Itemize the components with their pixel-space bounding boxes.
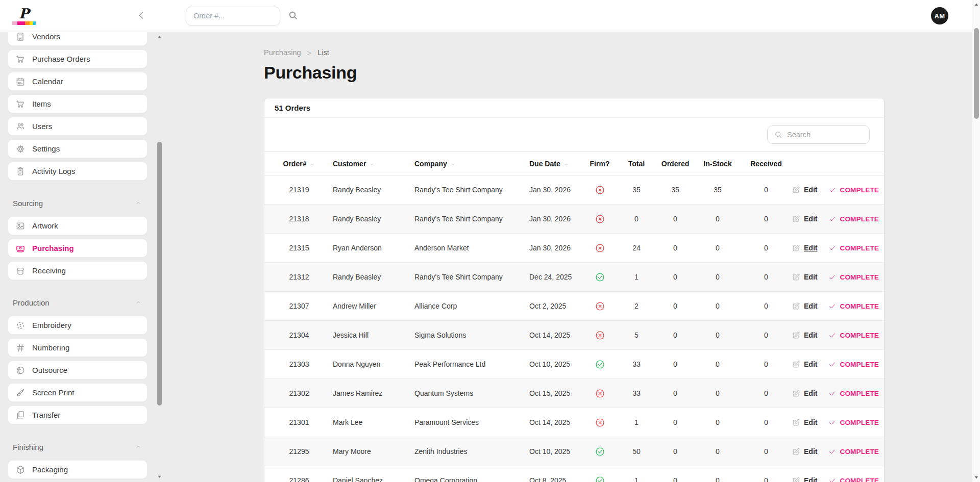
in-stock-count: 0	[695, 466, 741, 482]
received-count-value: 0	[764, 331, 768, 339]
sidebar-item-screen-print[interactable]: Screen Print	[8, 383, 148, 402]
due-date: Oct 2, 2025	[520, 292, 582, 321]
complete-button[interactable]: COMPLETE	[828, 215, 879, 223]
column-label: Company	[414, 160, 447, 168]
edit-button[interactable]: Edit	[792, 418, 817, 427]
sidebar-item-purchasing[interactable]: Purchasing	[8, 239, 148, 258]
total-count-value: 0	[634, 215, 639, 223]
received-count-value: 0	[764, 360, 768, 368]
sidebar-item-artwork[interactable]: Artwork	[8, 216, 148, 235]
complete-button[interactable]: COMPLETE	[828, 186, 879, 194]
logo-stripe-5	[33, 21, 36, 25]
complete-button[interactable]: COMPLETE	[828, 332, 879, 339]
column-label: In-Stock	[703, 160, 731, 168]
in-stock-count: 35	[695, 175, 741, 205]
page-scrollbar[interactable]	[972, 0, 980, 482]
avatar[interactable]: AM	[931, 7, 948, 24]
chevron-left-icon	[136, 10, 147, 21]
customer-name: Donna Nguyen	[324, 350, 405, 379]
row-actions: EditCOMPLETE	[792, 408, 884, 437]
column-header-order[interactable]: Order#	[275, 152, 324, 175]
firm-status	[582, 466, 617, 482]
ordered-count: 0	[656, 379, 695, 408]
total-count-value: 35	[632, 186, 641, 194]
edit-button[interactable]: Edit	[792, 447, 817, 456]
sidebar-item-activity-logs[interactable]: Activity Logs	[8, 162, 148, 181]
search-submit-button[interactable]	[287, 10, 299, 22]
edit-button[interactable]: Edit	[792, 331, 817, 340]
edit-icon	[792, 447, 800, 456]
sidebar-item-items[interactable]: Items	[8, 94, 148, 113]
sidebar-item-vendors[interactable]: Vendors	[8, 32, 148, 46]
section-header-finishing[interactable]: Finishing	[8, 442, 148, 452]
app-logo[interactable]: P	[12, 7, 36, 25]
column-header-company[interactable]: Company	[405, 152, 520, 175]
sidebar-item-receiving[interactable]: Receiving	[8, 261, 148, 280]
ordered-count: 0	[656, 437, 695, 466]
company-name-value: Peak Performance Ltd	[414, 360, 485, 368]
complete-button[interactable]: COMPLETE	[828, 419, 879, 426]
table-row: 21307Andrew MillerAlliance CorpOct 2, 20…	[264, 292, 884, 321]
section-header-sourcing[interactable]: Sourcing	[8, 198, 148, 208]
sidebar-item-users[interactable]: Users	[8, 117, 148, 136]
complete-button[interactable]: COMPLETE	[828, 273, 879, 281]
sidebar-item-outsource[interactable]: Outsource	[8, 361, 148, 379]
x-circle-icon	[595, 417, 605, 428]
order-number: 21312	[275, 263, 324, 292]
edit-button[interactable]: Edit	[792, 302, 817, 311]
column-header-received: Received	[741, 152, 792, 175]
in-stock-count-value: 0	[716, 360, 720, 368]
check-icon	[828, 244, 836, 252]
firm-status	[582, 321, 617, 350]
chevron-up-icon	[135, 444, 141, 450]
edit-button[interactable]: Edit	[792, 476, 817, 482]
globe-icon	[15, 365, 26, 375]
caret-down-icon[interactable]	[974, 475, 979, 480]
complete-button[interactable]: COMPLETE	[828, 477, 879, 482]
caret-up-icon[interactable]	[974, 2, 979, 7]
caret-down-icon[interactable]	[157, 474, 162, 479]
ordered-count-value: 0	[673, 476, 677, 482]
section-header-production[interactable]: Production	[8, 297, 148, 308]
complete-button[interactable]: COMPLETE	[828, 448, 879, 455]
complete-button[interactable]: COMPLETE	[828, 302, 879, 310]
total-count-value: 33	[632, 389, 641, 397]
sidebar-item-calendar[interactable]: Calendar	[8, 72, 148, 91]
sidebar-scrollbar-thumb[interactable]	[157, 142, 162, 405]
orders-card-header: 51 Orders	[264, 98, 884, 118]
page-scrollbar-thumb[interactable]	[974, 28, 979, 119]
complete-button-label: COMPLETE	[840, 273, 879, 281]
ordered-count-value: 0	[673, 244, 677, 252]
complete-button[interactable]: COMPLETE	[828, 361, 879, 368]
sidebar-item-numbering[interactable]: Numbering	[8, 338, 148, 357]
received-count: 0	[741, 350, 792, 379]
sidebar-item-packaging[interactable]: Packaging	[8, 460, 148, 479]
sidebar-item-purchase-orders[interactable]: Purchase Orders	[8, 49, 148, 68]
column-label: Ordered	[662, 160, 689, 168]
table-search-input[interactable]	[787, 131, 869, 139]
column-header-due-date[interactable]: Due Date	[520, 152, 582, 175]
complete-button[interactable]: COMPLETE	[828, 244, 879, 252]
complete-button[interactable]: COMPLETE	[828, 390, 879, 397]
edit-button[interactable]: Edit	[792, 360, 817, 369]
edit-button[interactable]: Edit	[792, 244, 817, 252]
edit-button[interactable]: Edit	[792, 273, 817, 282]
sidebar-item-embroidery[interactable]: Embroidery	[8, 316, 148, 335]
caret-up-icon[interactable]	[157, 35, 162, 39]
edit-button[interactable]: Edit	[792, 389, 817, 398]
edit-button[interactable]: Edit	[792, 215, 817, 223]
due-date: Oct 10, 2025	[520, 437, 582, 466]
due-date-value: Oct 14, 2025	[529, 418, 570, 426]
sidebar-item-settings[interactable]: Settings	[8, 139, 148, 158]
ordered-count-value: 0	[673, 331, 677, 339]
breadcrumb-item-purchasing[interactable]: Purchasing	[264, 48, 301, 57]
breadcrumb-item-list[interactable]: List	[317, 48, 329, 57]
order-search-input[interactable]	[186, 12, 280, 20]
hash-icon	[15, 343, 26, 353]
sidebar-item-transfer[interactable]: Transfer	[8, 405, 148, 424]
sidebar-scrollbar[interactable]	[157, 32, 162, 482]
edit-button[interactable]: Edit	[792, 186, 817, 194]
edit-button-label: Edit	[804, 476, 817, 482]
column-header-customer[interactable]: Customer	[324, 152, 405, 175]
sidebar-collapse-button[interactable]	[136, 10, 147, 22]
